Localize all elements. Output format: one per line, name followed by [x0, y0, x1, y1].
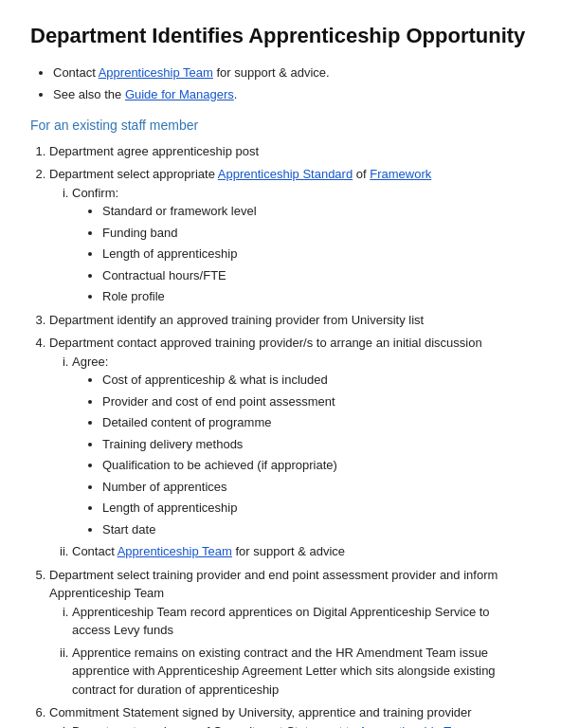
list-item-3: Department identify an approved training…	[49, 311, 531, 330]
list-item-5-roman-2: Apprentice remains on existing contract …	[72, 644, 531, 700]
confirm-label: Confirm:	[72, 186, 118, 200]
bullet-standard: Standard or framework level	[102, 202, 531, 221]
list-item-5: Department select training provider and …	[49, 566, 531, 700]
section-heading: For an existing staff member	[30, 118, 531, 133]
apprenticeship-team-link-top[interactable]: Apprenticeship Team	[99, 65, 213, 80]
bullet-qualification: Qualification to be achieved (if appropr…	[102, 456, 531, 475]
bullet-provider-cost: Provider and cost of end point assessmen…	[102, 392, 531, 411]
top-bullet-1: Contact Apprenticeship Team for support …	[53, 64, 531, 82]
list-item-6-roman: Department send copy of Commitment State…	[72, 722, 531, 728]
list-item-4-roman-1: Agree: Cost of apprenticeship & what is …	[72, 353, 531, 539]
bullet-training: Training delivery methods	[102, 435, 531, 454]
list-item-1: Department agree apprenticeship post	[49, 142, 531, 161]
apprenticeship-team-link-item6[interactable]: Apprenticeship Team	[359, 724, 474, 728]
bullet-funding: Funding band	[102, 224, 531, 243]
list-item-4-roman-2: Contact Apprenticeship Team for support …	[72, 542, 531, 561]
bullet-length: Length of apprenticeship	[102, 245, 531, 264]
list-item-2: Department select appropriate Apprentice…	[49, 165, 531, 306]
list-item-6: Commitment Statement signed by Universit…	[49, 703, 531, 728]
page-title: Department Identifies Apprenticeship Opp…	[30, 23, 531, 50]
main-ordered-list: Department agree apprenticeship post Dep…	[49, 142, 531, 728]
list-item-5-roman-1-text: Apprenticeship Team record apprentices o…	[72, 605, 490, 638]
bullet-cost: Cost of apprenticeship & what is include…	[102, 371, 531, 390]
bullet-contractual: Contractual hours/FTE	[102, 266, 531, 285]
list-item-5-text: Department select training provider and …	[49, 568, 498, 601]
top-bullet-2: See also the Guide for Managers.	[53, 85, 531, 104]
apprenticeship-team-link-item4[interactable]: Apprenticeship Team	[118, 544, 232, 558]
list-item-5-roman: Apprenticeship Team record apprentices o…	[72, 603, 531, 700]
framework-link[interactable]: Framework	[370, 167, 431, 181]
list-item-3-text: Department identify an approved training…	[49, 313, 424, 327]
bullet-start: Start date	[102, 520, 531, 539]
list-item-4-text: Department contact approved training pro…	[49, 336, 482, 350]
list-item-5-roman-2-text: Apprentice remains on existing contract …	[72, 646, 496, 697]
bullet-detailed: Detailed content of programme	[102, 413, 531, 432]
list-item-2-roman: Confirm: Standard or framework level Fun…	[72, 184, 531, 306]
list-item-6-roman-1: Department send copy of Commitment State…	[72, 722, 531, 728]
confirm-bullets: Standard or framework level Funding band…	[102, 202, 531, 306]
bullet-length2: Length of apprenticeship	[102, 499, 531, 518]
list-item-2-text: Department select appropriate Apprentice…	[49, 167, 431, 181]
list-item-4: Department contact approved training pro…	[49, 334, 531, 561]
guide-for-managers-link-top[interactable]: Guide for Managers	[125, 87, 234, 101]
list-item-4-roman: Agree: Cost of apprenticeship & what is …	[72, 353, 531, 561]
list-item-1-text: Department agree apprenticeship post	[49, 144, 259, 158]
bullet-role: Role profile	[102, 287, 531, 306]
list-item-2-roman-1: Confirm: Standard or framework level Fun…	[72, 184, 531, 306]
bullet-number: Number of apprentices	[102, 478, 531, 497]
agree-bullets: Cost of apprenticeship & what is include…	[102, 371, 531, 538]
top-bullets-list: Contact Apprenticeship Team for support …	[53, 64, 531, 104]
agree-label: Agree:	[72, 355, 108, 369]
list-item-6-text: Commitment Statement signed by Universit…	[49, 705, 472, 719]
list-item-5-roman-1: Apprenticeship Team record apprentices o…	[72, 603, 531, 640]
apprenticeship-standard-link[interactable]: Apprenticeship Standard	[218, 167, 353, 181]
